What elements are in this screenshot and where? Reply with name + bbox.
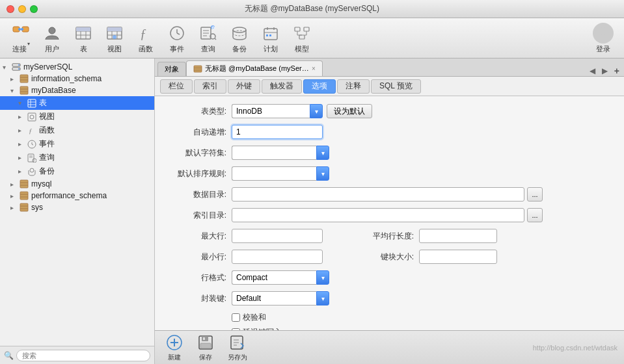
new-btn[interactable]: 新建 [161,331,187,365]
subtab-options[interactable]: 选项 [303,79,336,94]
max-rows-input[interactable] [232,229,323,243]
rows-row: 最大行: 平均行长度: [168,229,611,243]
row-format-select-container: Compact ▾ [232,270,329,285]
avg-row-input[interactable] [419,229,497,243]
svg-rect-41 [299,35,305,39]
table-type-select-container: InnoDB ▾ [232,104,323,118]
key-block-input[interactable] [419,250,497,264]
charset-dropdown-btn[interactable]: ▾ [316,146,329,160]
subtab-comment[interactable]: 注释 [337,79,370,94]
sidebar-item-backups[interactable]: ▸ 备份 [0,164,154,178]
row-format-row: 行格式: Compact ▾ [168,270,611,285]
sidebar-item-views[interactable]: ▸ 视图 [0,110,154,124]
toolbar-login[interactable]: 登录 [588,20,619,57]
toolbar-view[interactable]: 视图 [99,20,130,57]
sidebar-item-server[interactable]: ▾ myServerSQL [0,61,154,73]
table-type-dropdown-btn[interactable]: ▾ [310,104,323,118]
queries-label: 查询 [39,152,55,163]
minimize-button[interactable] [18,5,26,13]
toolbar-schedule[interactable]: 计划 [255,20,286,57]
index-dir-input[interactable] [232,208,524,222]
toolbar-table[interactable]: 表 [68,20,99,57]
min-rows-input[interactable] [232,250,323,264]
tab-add-btn[interactable]: + [612,66,621,76]
db-icon-perf [20,191,29,200]
max-rows-label: 最大行: [168,231,226,242]
sidebar-item-sys[interactable]: ▸ sys [0,202,154,213]
tab-nav-right[interactable]: ▶ [600,66,610,75]
svg-text:ƒ: ƒ [140,27,146,41]
set-default-btn[interactable]: 设为默认 [327,104,372,118]
toolbar-event[interactable]: 事件 [161,20,193,57]
toolbar-function[interactable]: ƒ 函数 [130,20,161,57]
sidebar-item-functions[interactable]: ▸ ƒ 函数 [0,124,154,137]
sidebar-item-mysql[interactable]: ▸ mysql [0,178,154,190]
sys-label: sys [31,203,43,212]
data-dir-browse-btn[interactable]: ... [527,187,543,202]
tab-object[interactable]: 对象 [157,62,186,76]
sidebar-item-events[interactable]: ▸ 事件 [0,137,154,151]
subtab-index[interactable]: 索引 [194,79,226,94]
toolbar-model[interactable]: 模型 [286,20,318,57]
checksum-checkbox[interactable] [232,313,240,322]
row-format-dropdown-btn[interactable]: ▾ [316,270,329,285]
sidebar-item-queries[interactable]: ▸ 查询 [0,151,154,164]
sidebar-item-myDataBase[interactable]: ▾ myDataBase [0,84,154,96]
pack-keys-dropdown-btn[interactable]: ▾ [316,291,329,306]
form-area: 表类型: InnoDB ▾ 设为默认 自动递增: 默认字符集: [155,96,624,330]
new-label: 新建 [168,353,181,362]
auto-increment-input[interactable] [232,125,323,139]
charset-select-container: ▾ [232,146,329,160]
server-icon [12,62,21,72]
subtab-sql-preview[interactable]: SQL 预览 [371,79,421,94]
sidebar-item-tables[interactable]: ▾ 表 [0,96,154,110]
avg-row-half: 平均行长度: [362,229,497,243]
search-input[interactable] [16,350,150,361]
pack-keys-value[interactable]: Default [232,291,316,306]
mydb-label: myDataBase [31,86,76,95]
function-label: 函数 [139,44,153,54]
svg-point-18 [113,35,116,39]
svg-rect-54 [20,86,28,94]
maximize-button[interactable] [30,5,38,13]
save-as-btn[interactable]: 另存为 [224,331,251,365]
toolbar-user[interactable]: 用户 [36,20,68,57]
sidebar-item-perf-schema[interactable]: ▸ performance_schema [0,190,154,202]
model-icon [292,23,312,44]
key-block-half: 键块大小: [362,250,497,264]
table-type-value[interactable]: InnoDB [232,104,310,118]
table-type-row: 表类型: InnoDB ▾ 设为默认 [168,104,611,118]
svg-point-71 [30,168,34,172]
sidebar: ▾ myServerSQL ▸ [0,58,155,364]
save-label: 保存 [199,353,212,362]
collation-dropdown-btn[interactable]: ▾ [316,166,329,181]
row-format-value[interactable]: Compact [232,270,316,285]
toolbar-backup[interactable]: 备份 [224,20,255,57]
functions-label: 函数 [39,125,55,136]
save-btn[interactable]: 保存 [193,331,219,365]
data-dir-input[interactable] [232,187,524,202]
subtab-foreign[interactable]: 外键 [228,79,260,94]
svg-point-3 [18,28,21,31]
checksum-row: 校验和 [168,312,611,323]
svg-rect-75 [20,192,28,200]
close-button[interactable] [7,5,14,13]
tab-active[interactable]: 无标题 @myDataBase (myServ... × [186,60,323,76]
charset-value[interactable] [232,146,316,160]
login-label: 登录 [596,44,610,54]
sidebar-item-information-schema[interactable]: ▸ information_schema [0,73,154,84]
index-dir-browse-btn[interactable]: ... [527,208,543,222]
auto-increment-label: 自动递增: [168,127,226,138]
subtab-columns[interactable]: 栏位 [160,79,193,94]
collation-value[interactable] [232,166,316,181]
index-dir-row: 索引目录: ... [168,208,611,222]
tab-nav-left[interactable]: ◀ [588,66,597,75]
toolbar-connect[interactable]: 连接 ▾ [5,18,36,58]
tab-close-btn[interactable]: × [312,65,316,72]
subtab-trigger[interactable]: 触发器 [262,79,302,94]
toolbar-query[interactable]: ⚙ 查询 [193,20,224,57]
collation-row: 默认排序规则: ▾ [168,166,611,181]
titlebar: 无标题 @myDataBase (myServerSQL) [0,0,624,18]
svg-rect-37 [266,34,268,36]
event-icon [167,23,187,44]
